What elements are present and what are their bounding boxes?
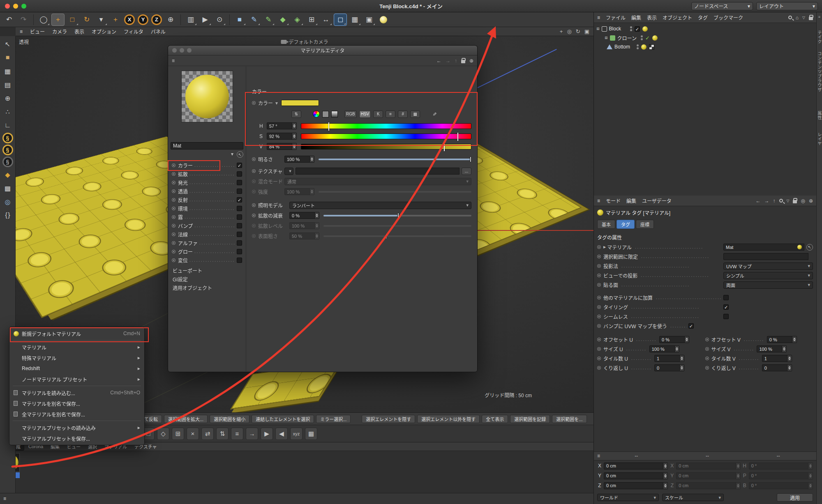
redo-button[interactable]: ↷: [17, 14, 30, 26]
om-menu-objects[interactable]: オブジェクト: [663, 14, 692, 21]
viewport-menu-panel[interactable]: パネル: [151, 28, 166, 35]
paint-bucket-button[interactable]: ◆: [2, 168, 14, 181]
om-menu-tags[interactable]: タグ: [698, 14, 708, 21]
pan-view-icon[interactable]: +: [560, 28, 563, 35]
selection-command-button[interactable]: 選択エレメント以外を隠す: [417, 415, 480, 423]
side-dropdown[interactable]: 両面: [723, 281, 813, 289]
generator-button[interactable]: ◆: [276, 14, 289, 26]
color-swatch[interactable]: [281, 100, 319, 106]
stepper[interactable]: [792, 336, 797, 343]
attr-dot-icon[interactable]: [252, 203, 256, 207]
swatches-grid-icon[interactable]: ▦: [410, 110, 420, 118]
coordinate-system-toggle[interactable]: ⊕: [164, 14, 177, 26]
channel-checkbox[interactable]: [237, 214, 242, 220]
diffuse-falloff-slider[interactable]: [323, 215, 471, 216]
stepper[interactable]: [292, 143, 297, 150]
slider-handle[interactable]: [397, 213, 399, 219]
attr-dot-icon[interactable]: [597, 347, 601, 351]
expand-toggle[interactable]: ⊞: [596, 27, 600, 31]
chevron-down-icon[interactable]: [275, 100, 278, 106]
material-tag[interactable]: [641, 44, 647, 50]
rotate-view-icon[interactable]: ↻: [576, 28, 580, 35]
home-icon[interactable]: ⌂: [796, 15, 799, 21]
channel-checkbox[interactable]: [237, 258, 242, 263]
hex-mode-button[interactable]: #: [398, 110, 408, 118]
stepper[interactable]: [663, 482, 668, 489]
repeat-u-field[interactable]: 0: [654, 364, 680, 371]
pointer-tool-icon[interactable]: ↖: [2, 38, 14, 50]
modeling-tool-icon[interactable]: ×: [187, 428, 199, 440]
bump-uvw-checkbox[interactable]: [688, 323, 694, 329]
dock-tab-layers[interactable]: レイヤ: [816, 132, 822, 146]
position-z-field[interactable]: 0 cm: [604, 482, 663, 489]
length-v-field[interactable]: 100 %: [757, 345, 782, 352]
menu-item-save-all-materials-as[interactable]: 全マテリアルを別名で保存...: [9, 409, 144, 419]
view-projection-dropdown[interactable]: シンプル: [723, 272, 813, 279]
modeling-tool-icon[interactable]: ⇄: [201, 428, 214, 440]
zoom-view-icon[interactable]: ◎: [567, 28, 571, 35]
color-wheel-icon[interactable]: [313, 110, 320, 117]
stepper[interactable]: [782, 345, 787, 352]
target-icon[interactable]: ◎: [801, 198, 805, 204]
attr-dot-icon[interactable]: [252, 169, 256, 173]
stepper[interactable]: [663, 463, 668, 469]
spectrum-icon[interactable]: [331, 111, 338, 117]
tiling-checkbox[interactable]: [723, 304, 729, 310]
modeling-tool-icon[interactable]: ≡: [231, 428, 243, 440]
workplane-l-button[interactable]: ∟: [2, 119, 14, 131]
attribute-manager-menu-icon[interactable]: [597, 198, 600, 204]
workplane-mode-button[interactable]: ▤: [2, 78, 14, 91]
material-editor-titlebar[interactable]: マテリアルエディタ: [168, 46, 477, 55]
tiles-u-field[interactable]: 1: [654, 355, 680, 362]
viewport-menu-display[interactable]: 表示: [74, 28, 84, 35]
volume-button[interactable]: ▦: [348, 14, 361, 26]
stepper[interactable]: [736, 482, 741, 489]
saturation-slider[interactable]: [301, 133, 471, 139]
brightness-slider[interactable]: [319, 159, 471, 160]
attr-dot-icon[interactable]: [252, 101, 256, 105]
stepper[interactable]: [680, 364, 684, 371]
position-x-field[interactable]: 0 cm: [604, 463, 663, 469]
uvw-tag[interactable]: [649, 44, 654, 50]
snap-modes-button[interactable]: §: [2, 145, 13, 155]
brightness-field[interactable]: 100 %: [284, 156, 310, 163]
channel-checkbox[interactable]: [237, 163, 242, 168]
hue-slider[interactable]: [301, 123, 471, 129]
channel-row-glow[interactable]: グロー: [171, 247, 243, 256]
editor-gi-item[interactable]: GI設定: [171, 275, 243, 283]
expand-toggle[interactable]: ⊞: [605, 36, 608, 40]
lock-icon[interactable]: [809, 17, 813, 20]
channel-row-normal[interactable]: 法線: [171, 230, 243, 239]
pen-tool-button[interactable]: ✎: [247, 14, 261, 26]
selection-command-button[interactable]: ミラー選択...: [316, 415, 351, 423]
viewport-menu-filter[interactable]: フィルタ: [124, 28, 143, 35]
viewport-menu-options[interactable]: オプション: [92, 28, 116, 35]
om-menu-edit[interactable]: 編集: [631, 14, 641, 21]
om-menu-bookmarks[interactable]: ブックマーク: [713, 14, 743, 21]
pick-object-button[interactable]: ↖: [806, 244, 813, 251]
stepper[interactable]: [736, 463, 741, 469]
position-y-field[interactable]: 0 cm: [604, 472, 663, 479]
object-name[interactable]: Bottom: [614, 44, 630, 50]
object-axis-mode-button[interactable]: ⊕: [2, 92, 14, 104]
visibility-toggle-dots[interactable]: [637, 44, 639, 49]
menu-item-node-material-preset[interactable]: ノードマテリアル プリセット▶: [9, 374, 144, 384]
material-link-field[interactable]: Mat: [723, 244, 804, 251]
tool-options-button[interactable]: ▾: [95, 14, 108, 26]
model-mode-button[interactable]: ■: [2, 51, 14, 64]
rotation-h-field[interactable]: 0 °: [749, 463, 808, 469]
light-button[interactable]: [377, 14, 390, 26]
modeling-tool-icon[interactable]: ▦: [305, 428, 317, 440]
am-tab-tag[interactable]: タグ: [616, 220, 635, 229]
texture-type-dropdown[interactable]: [284, 168, 293, 175]
gray-swatch-icon[interactable]: [322, 111, 329, 117]
tiles-v-field[interactable]: 1: [762, 355, 787, 362]
scale-tool[interactable]: □: [66, 14, 79, 26]
coordinates-menu-icon[interactable]: [597, 453, 600, 459]
maximize-view-icon[interactable]: ▣: [584, 28, 589, 35]
stepper[interactable]: [787, 364, 792, 371]
world-space-dropdown[interactable]: ワールド: [597, 494, 659, 501]
channel-row-bump[interactable]: バンプ: [171, 221, 243, 230]
bottom-menu-icon[interactable]: [3, 496, 6, 502]
rotate-tool[interactable]: ↻: [80, 14, 93, 26]
